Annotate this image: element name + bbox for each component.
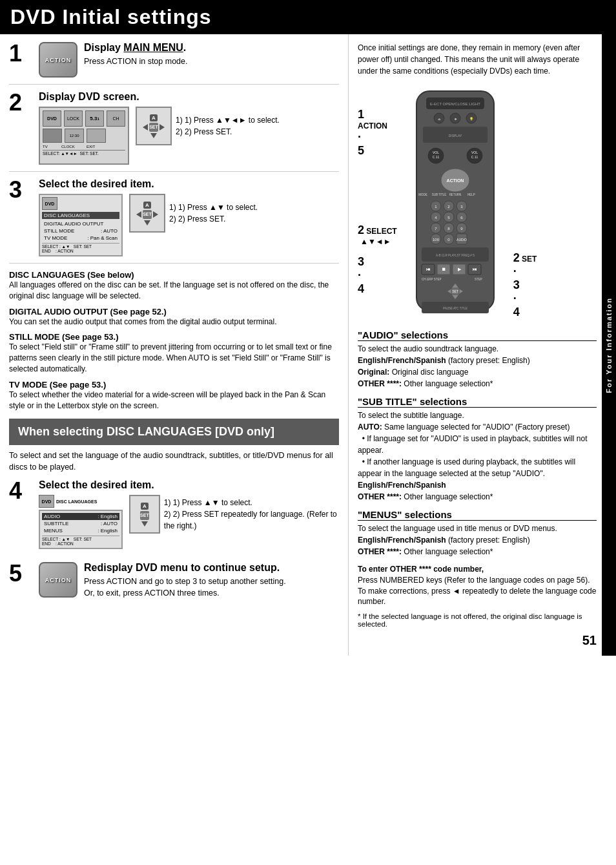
right-column: Once initial settings are done, they rem…: [349, 34, 616, 656]
audio-sel-desc: To select the audio soundtrack language.…: [358, 343, 597, 390]
subtitle-sel-title: "SUB TITLE" selections: [358, 396, 597, 408]
info-blocks: DISC LANGUAGES (See below) All languages…: [9, 270, 339, 411]
page-header: DVD Initial settings: [0, 0, 616, 34]
dlang-audio-row: AUDIO: English: [42, 513, 119, 520]
step-3: 3 Select the desired item. DVD DISC LANG…: [9, 178, 339, 264]
step-3-desc: 1) 1) Press ▲▼ to select. 2) 2) Press SE…: [169, 202, 258, 225]
step-4-screen: DVD DISC LANGUAGES AUDIO: English SUBTIT…: [39, 495, 123, 549]
svg-text:VOL: VOL: [471, 151, 478, 154]
disc-lang-section-header: When selecting DISC LANGUAGES [DVD only]: [9, 419, 339, 445]
subtitle-other-label: OTHER ****:: [358, 492, 402, 501]
info-disc-languages: DISC LANGUAGES (See below) All languages…: [9, 270, 339, 302]
action-button-step1: ACTION: [39, 42, 77, 78]
label-select: 2 SELECT ▲▼◄► 3 · 4: [358, 224, 397, 296]
subtitle-sel-text: To select the subtitle language. AUTO: S…: [358, 410, 597, 503]
subtitle-eng-label: English/French/Spanish: [358, 481, 446, 490]
svg-text:A-B  CLR  PLAYLST FREQ.# S: A-B CLR PLAYLST FREQ.# S: [436, 254, 475, 257]
page-title: DVD Initial settings: [10, 5, 212, 28]
svg-text:ACTION: ACTION: [446, 178, 464, 183]
svg-text:STEP: STEP: [475, 278, 482, 281]
footnote: * If the selected language is not offere…: [358, 612, 597, 628]
step-5: 5 ACTION Redisplay DVD menu to continue …: [9, 562, 339, 605]
info-digital-audio-text: You can set the audio output that comes …: [9, 317, 339, 328]
info-digital-audio-title: DIGITAL AUDIO OUTPUT (See page 52.): [9, 307, 339, 317]
menus-selections: "MENUS" selections To select the languag…: [358, 509, 597, 558]
step-5-content: ACTION Redisplay DVD menu to continue se…: [39, 562, 339, 599]
dlang-menus-row: MENUS: English: [42, 527, 119, 534]
menus-sel-text: To select the language used in title men…: [358, 523, 597, 558]
svg-text:100: 100: [433, 238, 440, 242]
step-4-content: Select the desired item. DVD DISC LANGUA…: [39, 479, 339, 549]
info-tv-mode-title: TV MODE (See page 53.): [9, 380, 339, 390]
svg-text:⏹: ⏹: [441, 267, 446, 271]
info-disc-lang-title: DISC LANGUAGES (See below): [9, 270, 339, 280]
step-2: 2 Display DVD screen. DVD LOCK 5.31 CH: [9, 91, 339, 172]
remote-left-labels: 1 ACTION · 5 2 SELECT ▲▼◄► 3 · 4: [358, 85, 397, 319]
other-code-block: To enter OTHER **** code number, Press N…: [358, 564, 597, 607]
remote-svg: E-ECT OPEN/CLOSE LIGHT ⏏ ⏺ 💡 DISPLAY VOL…: [404, 85, 507, 317]
svg-text:PAUSE  ATC        TITLE: PAUSE ATC TITLE: [443, 307, 467, 310]
audio-sel-title: "AUDIO" selections: [358, 329, 597, 341]
other-code-title: To enter OTHER **** code number,: [358, 565, 484, 574]
step-1-number: 1: [9, 42, 32, 65]
dlang-menu-bottom: SELECT : ▲▼ SET: SET END : ACTION: [42, 536, 119, 546]
svg-text:💡: 💡: [469, 117, 474, 121]
dlang-subtitle-row: SUBTITLE: AUTO: [42, 520, 119, 527]
step-1: 1 ACTION Display MAIN MENU. Press ACTION…: [9, 42, 339, 85]
step-4-desc: 1) 1) Press ▲▼ to select. 2) 2) Press SE…: [164, 497, 339, 532]
step-2-content: Display DVD screen. DVD LOCK 5.31 CH 12:…: [39, 91, 339, 165]
info-tv-mode: TV MODE (See page 53.) To select whether…: [9, 380, 339, 412]
svg-text:DISPLAY: DISPLAY: [448, 134, 462, 138]
step-4-number: 4: [9, 479, 32, 503]
step-4: 4 Select the desired item. DVD DISC LANG…: [9, 479, 339, 556]
svg-text:⏺: ⏺: [453, 117, 457, 121]
step-2-title: Display DVD screen.: [39, 91, 339, 103]
svg-text:VOL: VOL: [433, 151, 439, 154]
step-1-title: Display MAIN MENU.: [84, 42, 187, 54]
svg-text:MODE: MODE: [418, 193, 427, 196]
disc-row-1: DIGITAL AUDIO OUTPUT: [42, 220, 119, 227]
info-digital-audio: DIGITAL AUDIO OUTPUT (See page 52.) You …: [9, 307, 339, 328]
disc-lang-title: DISC LANGUAGES: [42, 212, 119, 219]
step-2-number: 2: [9, 91, 32, 114]
label-set: 2 SET · 3 · 4: [513, 251, 537, 319]
for-your-info-label: For Your Information: [602, 34, 616, 656]
svg-text:AUDIO: AUDIO: [457, 238, 467, 242]
svg-text:⏭: ⏭: [472, 267, 477, 271]
menus-other-label: OTHER ****:: [358, 547, 402, 556]
left-column: 1 ACTION Display MAIN MENU. Press ACTION…: [0, 34, 349, 656]
audio-other-label: OTHER ****:: [358, 379, 402, 388]
label-action: 1 ACTION · 5: [358, 108, 397, 158]
step-1-title-underline: MAIN MENU: [123, 42, 183, 53]
disc-row-3: TV MODE: Pan & Scan: [42, 234, 119, 242]
menus-eng-label: English/French/Spanish: [358, 536, 446, 545]
disc-lang-menu-box: AUDIO: English SUBTITLE: AUTO MENUS: Eng…: [39, 510, 123, 549]
svg-text:⏮: ⏮: [426, 267, 430, 271]
audio-orig-label: Original:: [358, 368, 389, 377]
subtitle-auto-label: AUTO:: [358, 422, 382, 432]
step-3-instructions: A SET 1) 1) Press ▲▼ to select.: [129, 194, 258, 233]
disc-menu-bottom: SELECT : ▲▼ SET: SET END : ACTION: [42, 243, 119, 253]
step-3-content: Select the desired item. DVD DISC LANGUA…: [39, 178, 339, 256]
other-code-text: To enter OTHER **** code number, Press N…: [358, 564, 597, 607]
step-3-title: Select the desired item.: [39, 178, 339, 190]
step-5-desc: Press ACTION and go to step 3 to setup a…: [84, 576, 286, 599]
selections-section: "AUDIO" selections To select the audio s…: [358, 329, 597, 628]
step-3-number: 3: [9, 178, 32, 202]
remote-illustration: E-ECT OPEN/CLOSE LIGHT ⏏ ⏺ 💡 DISPLAY VOL…: [404, 85, 507, 319]
info-tv-mode-text: To select whether the video material for…: [9, 390, 339, 412]
svg-text:CH.GRP STEP: CH.GRP STEP: [422, 278, 441, 281]
right-intro-text: Once initial settings are done, they rem…: [358, 42, 597, 77]
info-still-mode-text: To select "Field still" or "Frame still"…: [9, 342, 339, 374]
step-3-screen: DVD DISC LANGUAGES DIGITAL AUDIO OUTPUT …: [39, 194, 123, 256]
disc-lang-section-desc: To select and set the language of the au…: [9, 450, 339, 473]
step-2-desc: 1) 1) Press ▲▼◄► to select. 2) 2) Press …: [176, 114, 280, 138]
step-5-title: Redisplay DVD menu to continue setup.: [84, 562, 286, 574]
disc-row-2: STILL MODE: AUTO: [42, 227, 119, 234]
svg-text:SUB TITLE: SUB TITLE: [431, 193, 446, 196]
step-2-screen: DVD LOCK 5.31 CH 12:30 TV CLOCK: [39, 107, 129, 165]
menus-sel-title: "MENUS" selections: [358, 509, 597, 521]
step-1-content: ACTION Display MAIN MENU. Press ACTION i…: [39, 42, 339, 78]
svg-text:SET: SET: [452, 289, 458, 293]
step-4-instructions: A SET 1) 1) Press ▲▼ to select.: [129, 495, 339, 534]
